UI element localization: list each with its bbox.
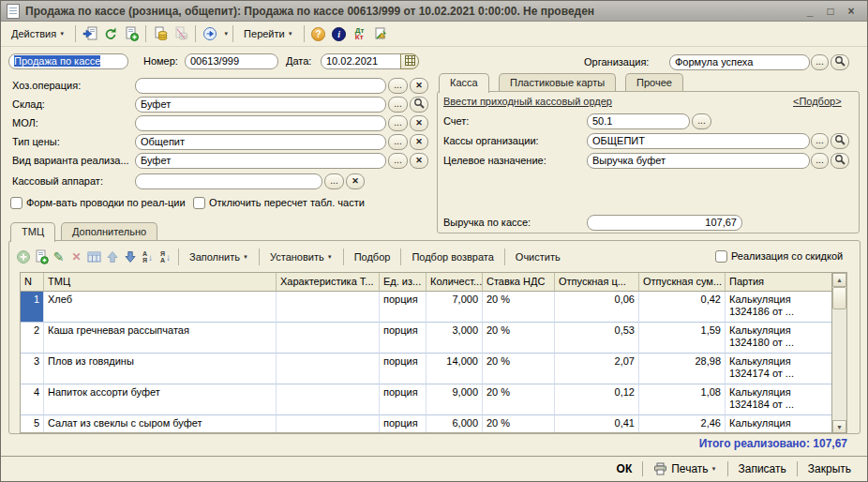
row-number-cell[interactable]: 4 [21,384,44,415]
close-form-button[interactable]: Закрыть [800,460,860,477]
goto-menu-button[interactable]: Перейти ▼ [237,24,300,43]
characteristic-cell[interactable] [277,292,380,323]
unit-cell[interactable]: порция [380,354,427,384]
warehouse-open-button[interactable] [410,97,428,113]
characteristic-cell[interactable] [277,354,380,384]
vat-cell[interactable]: 20 % [483,323,555,354]
fill-menu-button[interactable]: Заполнить▼ [183,251,255,263]
tab-additional[interactable]: Дополнительно [61,222,157,240]
move-down-icon[interactable] [121,249,139,266]
operation-clear-button[interactable]: ✕ [410,78,428,94]
calendar-button[interactable] [400,53,419,69]
tmc-cell[interactable]: Салат из свеклы с сыром буфет [44,415,277,433]
sale-variant-field[interactable]: Буфет [135,153,386,169]
row-number-cell[interactable]: 1 [21,292,44,323]
pick-link[interactable]: <Подбор> [793,96,842,107]
operation-field[interactable] [135,78,386,94]
sum-cell[interactable]: 1,59 [639,323,726,354]
make-postings-checkbox[interactable] [10,197,22,209]
sort-descending-icon[interactable]: ЯА ↓ [157,249,174,266]
ok-button[interactable]: ОК [608,460,641,477]
sale-variant-clear-button[interactable]: ✕ [410,153,428,169]
mol-clear-button[interactable]: ✕ [410,115,428,131]
organization-field[interactable]: Формула успеха [669,54,810,70]
save-document-icon[interactable] [81,24,99,43]
print-menu-button[interactable]: Печать ▼ [645,460,725,477]
price-cell[interactable]: 2,07 [555,354,639,384]
open-related-icon[interactable] [201,24,219,43]
characteristic-cell[interactable] [277,323,380,354]
qty-cell[interactable]: 9,000 [427,384,483,415]
refresh-icon[interactable] [101,24,120,43]
account-field[interactable]: 50.1 [587,113,690,129]
scrollbar-thumb[interactable] [832,287,846,309]
pick-return-button[interactable]: Подбор возврата [405,251,500,263]
vat-cell[interactable]: 20 % [483,354,555,384]
sum-cell[interactable]: 1,08 [639,384,726,415]
row-number-cell[interactable]: 2 [21,323,44,354]
row-number-cell[interactable]: 3 [21,354,44,384]
tab-plastic-cards[interactable]: Пластиковые карты [499,73,616,91]
edit-row-icon[interactable]: ✎ [50,249,67,266]
qty-cell[interactable]: 14,000 [427,354,483,384]
vat-cell[interactable]: 20 % [483,415,555,433]
mol-field[interactable] [135,115,386,131]
info-icon[interactable]: i [330,24,349,43]
report-structure-icon[interactable] [371,24,390,43]
characteristic-cell[interactable] [277,415,380,433]
warehouse-select-button[interactable]: ... [388,97,408,113]
table-scrollbar[interactable]: ▲ ▼ [831,273,846,433]
account-select-button[interactable]: ... [692,113,711,129]
scroll-up-button[interactable]: ▲ [832,273,846,287]
purpose-select-button[interactable]: ... [811,153,829,169]
cash-register-field[interactable] [135,173,322,189]
qty-cell[interactable]: 3,000 [427,323,483,354]
scroll-down-button[interactable]: ▼ [832,420,846,433]
characteristic-cell[interactable] [277,384,380,415]
add-row-icon[interactable] [14,249,32,266]
copy-document-icon[interactable] [122,24,141,43]
price-type-clear-button[interactable]: ✕ [410,134,428,150]
vat-cell[interactable]: 20 % [483,292,555,323]
batch-cell[interactable]: Калькуляция 1324180 от ... [726,323,832,354]
title-bar[interactable]: Продажа по кассе (розница, общепит): Про… [1,1,867,22]
purpose-field[interactable]: Выручка буфет [587,153,810,169]
revenue-field[interactable]: 107,67 [587,215,742,231]
price-cell[interactable]: 0,12 [555,384,639,415]
end-edit-icon[interactable] [85,249,103,266]
chevron-down-icon[interactable]: ▼ [223,31,229,37]
price-cell[interactable]: 0,41 [555,415,639,433]
set-menu-button[interactable]: Установить▼ [263,251,339,263]
doc-type-field[interactable]: Продажа по кассе [8,53,128,69]
close-button[interactable]: × [841,5,861,18]
post-document-icon[interactable] [151,24,170,43]
delete-row-icon[interactable]: ✕ [67,249,85,266]
dtkt-postings-icon[interactable]: Дт Кт [351,24,369,43]
sum-cell[interactable]: 2,46 [639,415,726,433]
vat-cell[interactable]: 20 % [483,384,555,415]
enter-cash-order-link[interactable]: Ввести приходный кассовый ордер [443,96,612,107]
purpose-open-button[interactable] [831,153,849,169]
batch-cell[interactable]: Калькуляция 1324186 от ... [726,292,832,323]
price-cell[interactable]: 0,06 [555,292,639,323]
unit-cell[interactable]: порция [380,292,427,323]
price-type-select-button[interactable]: ... [388,134,408,150]
tmc-cell[interactable]: Хлеб [44,292,277,323]
sale-variant-select-button[interactable]: ... [388,153,408,169]
organization-open-button[interactable] [831,54,849,70]
copy-row-icon[interactable] [32,249,50,266]
price-type-field[interactable]: Общепит [135,134,386,150]
move-up-icon[interactable] [103,249,121,266]
sort-ascending-icon[interactable]: АЯ ↓ [139,249,157,266]
sum-cell[interactable]: 28,98 [639,354,726,384]
cash-register-select-button[interactable]: ... [324,173,344,189]
actions-menu-button[interactable]: Действия ▼ [5,24,71,43]
maximize-button[interactable]: □ [820,5,841,18]
minimize-button[interactable]: _ [800,5,820,18]
tmc-cell[interactable]: Каша гречневая рассыпчатая [44,323,277,354]
row-number-cell[interactable]: 5 [21,415,44,433]
number-field[interactable]: 00613/999 [185,53,278,69]
help-icon[interactable]: ? [309,24,328,43]
discount-sale-checkbox[interactable] [715,250,727,263]
cashdesk-open-button[interactable] [831,133,849,149]
